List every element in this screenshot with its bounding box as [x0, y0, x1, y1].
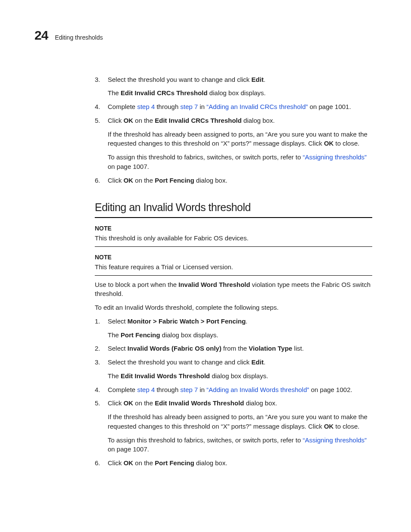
text: dialog box displays. — [210, 372, 268, 380]
step-4: Complete step 4 through step 7 in “Addin… — [95, 385, 372, 395]
steps-continued: Select the threshold you want to change … — [95, 75, 372, 185]
xref-link[interactable]: step 7 — [180, 103, 198, 110]
text: in — [198, 103, 206, 110]
list-name: Violation Type — [249, 345, 292, 352]
text: The — [108, 89, 121, 96]
text: dialog box. — [194, 459, 227, 467]
dialog-name: Port Fencing — [155, 177, 194, 184]
step-6: Click OK on the Port Fencing dialog box. — [95, 458, 372, 468]
text: dialog box displays. — [208, 89, 266, 96]
text: on page 1007. — [108, 163, 149, 170]
menu-path: Monitor > Fabric Watch > Port Fencing — [128, 317, 246, 325]
text: list. — [292, 345, 304, 352]
text: Click — [108, 399, 124, 407]
chapter-number: 24 — [34, 26, 48, 45]
ui-label: OK — [124, 117, 134, 124]
text: through — [155, 386, 180, 393]
xref-link[interactable]: “Adding an Invalid Words threshold” — [206, 386, 309, 393]
text: in — [198, 386, 206, 393]
text: on the — [133, 399, 155, 407]
page: 24 Editing thresholds Select the thresho… — [0, 0, 411, 489]
text: on page 1002. — [309, 386, 352, 393]
dialog-name: Edit Invalid CRCs Threshold — [155, 117, 242, 124]
xref-link[interactable]: “Assigning thresholds” — [303, 436, 367, 444]
content: Select the threshold you want to change … — [95, 75, 372, 468]
text: Click — [108, 459, 124, 467]
text: dialog box. — [194, 177, 227, 184]
note-block: NOTE This threshold is only available fo… — [95, 224, 372, 247]
text: . — [264, 358, 265, 366]
text: Complete — [108, 103, 137, 110]
xref-link[interactable]: step 4 — [137, 103, 155, 110]
dialog-name: Edit Invalid CRCs Threshold — [121, 89, 208, 96]
text: dialog box. — [242, 117, 275, 124]
text: Click — [108, 177, 124, 184]
note-label: NOTE — [95, 253, 372, 261]
text: Select the threshold you want to change … — [108, 76, 252, 83]
ui-label: OK — [124, 459, 134, 467]
text: Click — [108, 117, 124, 124]
dialog-name: Edit Invalid Words Threshold — [121, 372, 210, 380]
ui-label: Edit — [252, 358, 264, 366]
running-head: 24 Editing thresholds — [34, 26, 372, 45]
dialog-name: Port Fencing — [121, 331, 160, 339]
lead-in: To edit an Invalid Words threshold, comp… — [95, 303, 372, 312]
step-1: Select Monitor > Fabric Watch > Port Fen… — [95, 317, 372, 340]
text: dialog box displays. — [160, 331, 218, 339]
note-label: NOTE — [95, 224, 372, 233]
ui-label: OK — [124, 177, 134, 184]
note-body: This threshold is only available for Fab… — [95, 233, 372, 243]
text: The — [108, 372, 121, 380]
text: through — [155, 103, 180, 110]
text: To assign this threshold to fabrics, swi… — [108, 436, 303, 444]
text: on page 1007. — [108, 445, 149, 453]
xref-link[interactable]: “Adding an Invalid CRCs threshold” — [206, 103, 308, 110]
step-2: Select Invalid Words (Fabric OS only) fr… — [95, 344, 372, 353]
step-3: Select the threshold you want to change … — [95, 75, 372, 98]
note-body: This feature requires a Trial or License… — [95, 262, 372, 272]
step-5: Click OK on the Edit Invalid Words Thres… — [95, 398, 372, 454]
step-3: Select the threshold you want to change … — [95, 358, 372, 381]
step-4: Complete step 4 through step 7 in “Addin… — [95, 102, 372, 112]
xref-link[interactable]: “Assigning thresholds” — [303, 153, 367, 161]
text: on the — [133, 177, 155, 184]
step-5: Click OK on the Edit Invalid CRCs Thresh… — [95, 116, 372, 171]
text: . — [264, 76, 265, 83]
text: Select the threshold you want to change … — [108, 358, 252, 366]
text: Use to block a port when the — [95, 281, 178, 288]
dialog-name: Port Fencing — [155, 459, 194, 467]
steps: Select Monitor > Fabric Watch > Port Fen… — [95, 317, 372, 468]
step-6: Click OK on the Port Fencing dialog box. — [95, 176, 372, 185]
option-name: Invalid Words (Fabric OS only) — [128, 345, 221, 352]
paragraph: Use to block a port when the Invalid Wor… — [95, 280, 372, 299]
ui-label: OK — [324, 423, 334, 430]
text: . — [246, 317, 247, 325]
xref-link[interactable]: step 7 — [180, 386, 198, 393]
ui-label: Edit — [252, 76, 264, 83]
topic-heading: Editing an Invalid Words threshold — [95, 199, 372, 218]
xref-link[interactable]: step 4 — [137, 386, 155, 393]
text: on the — [133, 117, 155, 124]
ui-label: OK — [124, 399, 134, 407]
note-block: NOTE This feature requires a Trial or Li… — [95, 253, 372, 276]
text: on page 1001. — [308, 103, 351, 110]
text: to close. — [333, 423, 359, 430]
running-title: Editing thresholds — [55, 33, 103, 42]
text: from the — [221, 345, 249, 352]
text: Select — [108, 345, 128, 352]
text: Complete — [108, 386, 137, 393]
text: The — [108, 331, 121, 339]
text: Select — [108, 317, 128, 325]
term: Invalid Word Threshold — [178, 281, 250, 288]
dialog-name: Edit Invalid Words Threshold — [155, 399, 244, 407]
text: dialog box. — [244, 399, 277, 407]
text: to close. — [333, 140, 359, 147]
ui-label: OK — [324, 140, 334, 147]
text: on the — [133, 459, 155, 467]
text: To assign this threshold to fabrics, swi… — [108, 153, 303, 161]
